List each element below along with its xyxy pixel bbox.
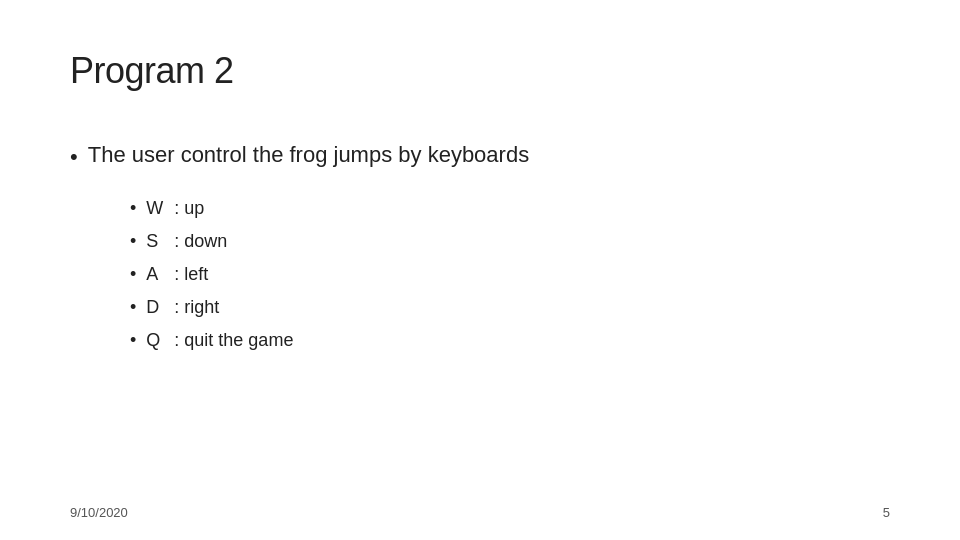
- sub-bullet-description: : up: [174, 195, 204, 222]
- footer-date: 9/10/2020: [70, 505, 128, 520]
- sub-bullet-description: : right: [174, 294, 219, 321]
- sub-bullet-key: Q: [146, 327, 166, 354]
- sub-bullet-description: : left: [174, 261, 208, 288]
- sub-bullet-dot: •: [130, 195, 136, 222]
- sub-bullet-item: •W: up: [130, 195, 890, 222]
- main-bullet-dot: •: [70, 142, 78, 173]
- slide-title: Program 2: [70, 50, 890, 92]
- main-bullet-item: • The user control the frog jumps by key…: [70, 142, 890, 173]
- sub-bullet-description: : down: [174, 228, 227, 255]
- sub-bullet-item: •A: left: [130, 261, 890, 288]
- sub-bullet-description: : quit the game: [174, 327, 293, 354]
- page-number: 5: [883, 505, 890, 520]
- sub-bullet-key: A: [146, 261, 166, 288]
- sub-bullet-item: •Q: quit the game: [130, 327, 890, 354]
- sub-bullet-dot: •: [130, 294, 136, 321]
- sub-bullet-key: W: [146, 195, 166, 222]
- sub-bullet-dot: •: [130, 261, 136, 288]
- sub-bullet-dot: •: [130, 327, 136, 354]
- sub-bullets-list: •W: up•S: down•A: left•D: right•Q: quit …: [70, 195, 890, 354]
- slide: Program 2 • The user control the frog ju…: [0, 0, 960, 540]
- main-bullet-text: The user control the frog jumps by keybo…: [88, 142, 529, 168]
- sub-bullet-dot: •: [130, 228, 136, 255]
- sub-bullet-item: •D: right: [130, 294, 890, 321]
- sub-bullet-item: •S: down: [130, 228, 890, 255]
- sub-bullet-key: D: [146, 294, 166, 321]
- sub-bullet-key: S: [146, 228, 166, 255]
